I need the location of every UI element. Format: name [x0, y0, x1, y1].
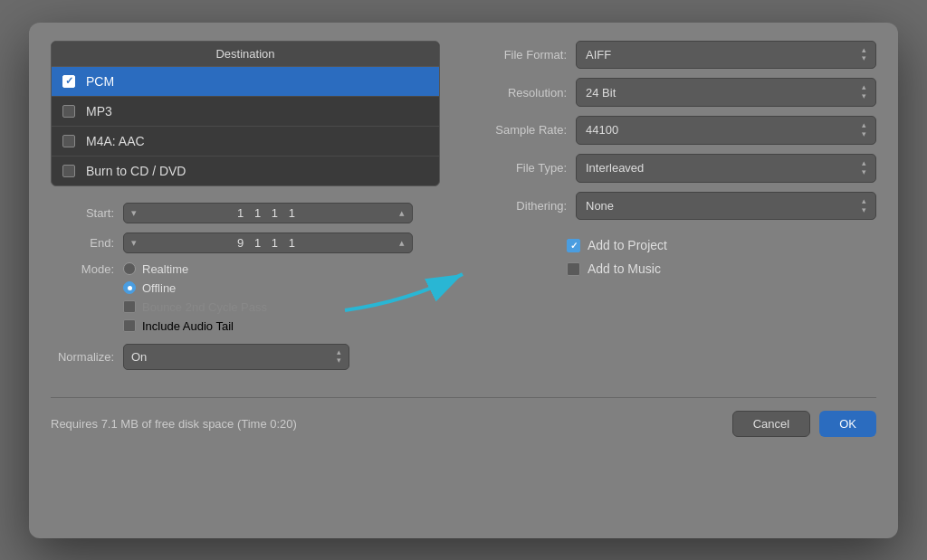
dithering-dropdown[interactable]: None ▴ ▾ — [576, 192, 876, 221]
sample-rate-value: 44100 — [586, 123, 618, 137]
destination-label-burncd: Burn to CD / DVD — [86, 164, 186, 178]
file-type-value: Interleaved — [586, 161, 644, 175]
sample-rate-label: Sample Rate: — [467, 123, 567, 137]
destination-table: Destination ✓ PCM MP3 M4A: AAC — [51, 41, 440, 186]
audiotail-checkbox[interactable] — [123, 319, 136, 332]
start-up-icon[interactable]: ▴ — [399, 207, 405, 219]
start-values: 1 1 1 1 — [142, 206, 394, 220]
file-type-label: File Type: — [467, 161, 567, 175]
offline-label: Offline — [142, 281, 176, 295]
start-down-icon[interactable]: ▾ — [131, 207, 137, 219]
resolution-dropdown[interactable]: 24 Bit ▴ ▾ — [576, 78, 876, 107]
audiotail-label: Include Audio Tail — [142, 319, 234, 333]
file-format-dropdown[interactable]: AIFF ▴ ▾ — [576, 41, 876, 70]
normalize-arrows-icon: ▴ ▾ — [337, 348, 341, 366]
sample-rate-row: Sample Rate: 44100 ▴ ▾ — [467, 116, 876, 145]
file-type-arrows-icon: ▴ ▾ — [862, 159, 866, 177]
resolution-value: 24 Bit — [586, 86, 616, 100]
dithering-row: Dithering: None ▴ ▾ — [467, 192, 876, 221]
mode-label: Mode: — [51, 262, 114, 276]
destination-label-mp3: MP3 — [86, 104, 112, 119]
destination-header: Destination — [52, 42, 439, 67]
add-to-music-checkbox[interactable] — [567, 262, 580, 276]
checkboxes-section: ✓ Add to Project Add to Music — [567, 238, 876, 276]
add-to-project-checkbox[interactable]: ✓ — [567, 239, 580, 252]
destination-label-m4a: M4A: AAC — [86, 134, 145, 148]
file-format-label: File Format: — [467, 48, 567, 62]
destination-checkbox-pcm: ✓ — [62, 75, 75, 88]
dithering-label: Dithering: — [467, 199, 567, 213]
start-label: Start: — [51, 206, 114, 220]
mode-realtime-row: Mode: Realtime — [51, 262, 440, 276]
destination-label-pcm: PCM — [86, 74, 114, 89]
end-up-icon[interactable]: ▴ — [399, 237, 405, 249]
normalize-label: Normalize: — [51, 350, 114, 364]
start-row: Start: ▾ 1 1 1 1 ▴ — [51, 203, 440, 223]
destination-row-pcm[interactable]: ✓ PCM — [52, 67, 439, 97]
resolution-row: Resolution: 24 Bit ▴ ▾ — [467, 78, 876, 107]
mode-offline-row: Offline — [51, 281, 440, 295]
add-to-music-label: Add to Music — [588, 261, 661, 276]
footer-buttons: Cancel OK — [732, 411, 876, 437]
resolution-arrows-icon: ▴ ▾ — [862, 83, 866, 101]
end-values: 9 1 1 1 — [142, 236, 394, 250]
audiotail-row: Include Audio Tail — [123, 319, 440, 333]
file-type-dropdown[interactable]: Interleaved ▴ ▾ — [576, 154, 876, 183]
right-panel: File Format: AIFF ▴ ▾ Resolution: 24 Bit… — [467, 41, 876, 371]
footer: Requires 7.1 MB of free disk space (Time… — [51, 397, 876, 437]
sample-rate-dropdown[interactable]: 44100 ▴ ▾ — [576, 116, 876, 145]
mode-extras: Bounce 2nd Cycle Pass Include Audio Tail — [123, 300, 440, 333]
normalize-row: Normalize: On ▴ ▾ — [51, 344, 440, 371]
end-stepper[interactable]: ▾ 9 1 1 1 ▴ — [123, 233, 413, 253]
realtime-radio[interactable] — [123, 262, 136, 275]
file-format-row: File Format: AIFF ▴ ▾ — [467, 41, 876, 70]
bounce2nd-row: Bounce 2nd Cycle Pass — [123, 300, 440, 314]
dithering-arrows-icon: ▴ ▾ — [862, 197, 866, 215]
end-label: End: — [51, 236, 114, 250]
add-to-project-row: ✓ Add to Project — [567, 238, 876, 252]
dithering-value: None — [586, 199, 614, 213]
add-to-project-checkmark-icon: ✓ — [570, 241, 578, 251]
destination-checkbox-mp3 — [62, 105, 75, 118]
end-row: End: ▾ 9 1 1 1 ▴ — [51, 233, 440, 253]
add-to-section: ✓ Add to Project Add to Music — [467, 238, 876, 276]
start-stepper[interactable]: ▾ 1 1 1 1 ▴ — [123, 203, 413, 223]
bounce2nd-checkbox[interactable] — [123, 300, 136, 313]
bounce2nd-label: Bounce 2nd Cycle Pass — [142, 300, 267, 314]
sample-rate-arrows-icon: ▴ ▾ — [862, 121, 866, 139]
mode-section: Mode: Realtime Offline Bounce 2nd Cycle … — [51, 262, 440, 333]
realtime-label: Realtime — [142, 262, 188, 276]
destination-checkbox-burncd — [62, 165, 75, 177]
destination-row-mp3[interactable]: MP3 — [52, 97, 439, 127]
destination-checkbox-m4a — [62, 135, 75, 147]
normalize-value: On — [131, 350, 147, 364]
cancel-button[interactable]: Cancel — [732, 411, 810, 437]
destination-row-burncd[interactable]: Burn to CD / DVD — [52, 157, 439, 185]
offline-radio[interactable] — [123, 281, 136, 294]
file-format-value: AIFF — [586, 48, 611, 62]
left-panel: Destination ✓ PCM MP3 M4A: AAC — [51, 41, 440, 371]
radio-dot-icon — [128, 286, 132, 290]
footer-info: Requires 7.1 MB of free disk space (Time… — [51, 417, 297, 431]
destination-row-m4a[interactable]: M4A: AAC — [52, 127, 439, 157]
add-to-music-row: Add to Music — [567, 261, 876, 276]
file-type-row: File Type: Interleaved ▴ ▾ — [467, 154, 876, 183]
ok-button[interactable]: OK — [819, 411, 876, 437]
resolution-label: Resolution: — [467, 86, 567, 100]
end-down-icon[interactable]: ▾ — [131, 237, 137, 249]
checkmark-icon: ✓ — [65, 76, 73, 86]
bounce-dialog: Destination ✓ PCM MP3 M4A: AAC — [29, 23, 898, 538]
add-to-project-label: Add to Project — [588, 238, 667, 252]
normalize-select[interactable]: On ▴ ▾ — [123, 344, 349, 371]
file-format-arrows-icon: ▴ ▾ — [862, 46, 866, 64]
